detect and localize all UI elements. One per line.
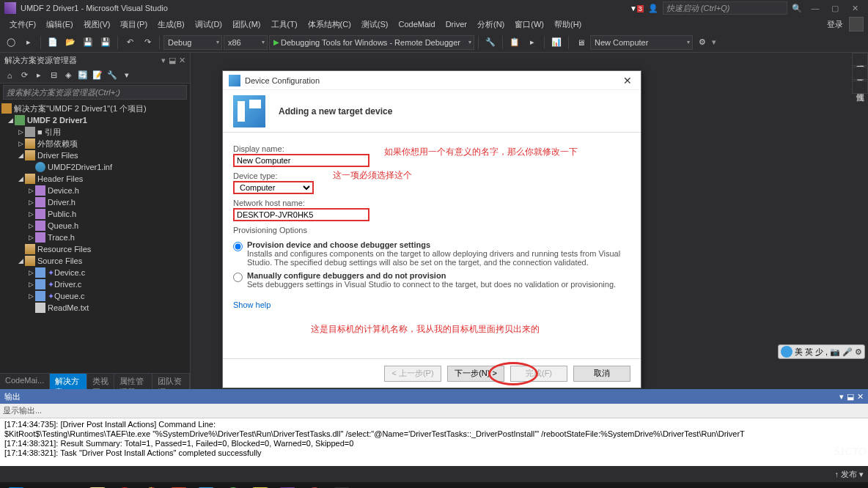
panel-close-icon[interactable]: ✕ [179, 56, 185, 65]
menu-window[interactable]: 窗口(W) [510, 18, 549, 32]
start-button[interactable] [3, 484, 29, 488]
next-button[interactable]: 下一步(N) > [447, 366, 504, 382]
menu-arch[interactable]: 体系结构(C) [303, 18, 356, 32]
user-icon[interactable]: 👤 [648, 4, 658, 13]
output-dropdown-icon[interactable]: ▾ [839, 392, 844, 402]
app-blue-button[interactable] [193, 484, 219, 488]
app-dx-button[interactable]: DX [166, 484, 192, 488]
radio-manual[interactable] [233, 273, 243, 282]
save-icon[interactable]: 💾 [80, 34, 96, 51]
config-combo[interactable]: Debug [163, 35, 222, 50]
ime-toolbar[interactable]: 美 英 少 , 📷🎤⚙ [778, 344, 865, 359]
app-yellow-button[interactable] [247, 484, 273, 488]
menu-tools[interactable]: 工具(T) [266, 18, 303, 32]
menu-test[interactable]: 测试(S) [356, 18, 394, 32]
tab-prop-mgr[interactable]: 属性管理器 [114, 374, 152, 389]
app-dark-button[interactable] [328, 484, 355, 488]
collapse-icon[interactable]: ⊟ [47, 69, 60, 82]
tool-a-icon[interactable]: 🔧 [482, 34, 499, 51]
app-round-button[interactable] [301, 484, 328, 488]
output-text[interactable]: [17:14:34:735]: [Driver Post Install Act… [0, 418, 868, 459]
vs-button[interactable] [274, 484, 301, 488]
panel-pin-icon[interactable]: ⬓ [169, 56, 176, 65]
refresh-icon[interactable]: 🔄 [76, 69, 89, 82]
home-icon[interactable]: ⌂ [3, 69, 16, 82]
tab-properties[interactable]: 属性 [852, 81, 868, 94]
login-link[interactable]: 登录 [827, 19, 843, 30]
readme-txt[interactable]: ReadMe.txt [0, 302, 190, 314]
device-type-select[interactable]: Computer [233, 181, 314, 194]
platform-combo[interactable]: x86 [224, 35, 268, 50]
tab-class-view[interactable]: 类视图 [87, 374, 114, 389]
file-explorer-button[interactable] [84, 484, 111, 488]
dialog-close-button[interactable]: ✕ [620, 75, 635, 86]
save-all-icon[interactable]: 💾 [98, 34, 114, 51]
quick-launch-input[interactable]: 快速启动 (Ctrl+Q) [663, 1, 787, 15]
references-node[interactable]: ▷■ 引用 [0, 126, 190, 138]
device-c[interactable]: ▷✦Device.c [0, 267, 190, 278]
sync-icon[interactable]: ⟳ [18, 69, 31, 82]
cortana-button[interactable] [30, 484, 56, 488]
minimize-button[interactable]: — [806, 4, 824, 12]
menu-analyze[interactable]: 分析(N) [472, 18, 510, 32]
chrome-button[interactable] [139, 484, 165, 488]
menu-help[interactable]: 帮助(H) [549, 18, 586, 32]
menu-view[interactable]: 视图(V) [78, 18, 116, 32]
ext-deps-node[interactable]: ▷外部依赖项 [0, 138, 190, 149]
driver-files-node[interactable]: ◢Driver Files [0, 149, 190, 161]
tab-toolbox[interactable]: 工具箱 [852, 67, 868, 80]
tool-c-icon[interactable]: ▸ [524, 34, 540, 51]
header-files-node[interactable]: ◢Header Files [0, 173, 190, 185]
open-icon[interactable]: 📂 [62, 34, 78, 51]
menu-file[interactable]: 文件(F) [4, 18, 41, 32]
deploy-icon[interactable]: ⚙ [694, 34, 710, 51]
output-pin-icon[interactable]: ⬓ [847, 392, 854, 402]
driver-h[interactable]: ▷Driver.h [0, 196, 190, 208]
solution-search-input[interactable]: 搜索解决方案资源管理器(Ctrl+;) [3, 85, 187, 100]
redo-icon[interactable]: ↷ [139, 34, 155, 51]
display-name-input[interactable] [233, 154, 369, 167]
resource-files-node[interactable]: Resource Files [0, 243, 190, 255]
menu-codemaid[interactable]: CodeMaid [394, 18, 441, 30]
tab-solution[interactable]: 解决方案... [50, 374, 87, 389]
magnify-icon[interactable]: 🔍 [792, 4, 802, 13]
menu-project[interactable]: 项目(P) [115, 18, 152, 32]
solution-node[interactable]: 解决方案"UMDF 2 Driver1"(1 个项目) [0, 103, 190, 114]
menu-edit[interactable]: 编辑(E) [41, 18, 78, 32]
host-name-input[interactable] [233, 208, 369, 221]
radio-provision[interactable] [233, 242, 243, 251]
undo-icon[interactable]: ↶ [122, 34, 138, 51]
menu-team[interactable]: 团队(M) [227, 18, 266, 32]
new-file-icon[interactable]: 📄 [45, 34, 61, 51]
nav-fwd-button[interactable]: ▸ [21, 34, 37, 51]
menu-debug[interactable]: 调试(D) [190, 18, 227, 32]
panel-dropdown-icon[interactable]: ▾ [161, 56, 166, 65]
task-view-button[interactable]: ☐☐ [57, 484, 84, 488]
queue-c[interactable]: ▷✦Queue.c [0, 290, 190, 302]
show-help-link[interactable]: Show help [233, 300, 271, 309]
close-button[interactable]: ✕ [846, 4, 864, 13]
app-green-button[interactable] [220, 484, 246, 488]
inf-file[interactable]: UMDF2Driver1.inf [0, 161, 190, 173]
maximize-button[interactable]: ▢ [826, 4, 844, 13]
public-h[interactable]: ▷Public.h [0, 208, 190, 220]
source-files-node[interactable]: ◢Source Files [0, 255, 190, 267]
project-node[interactable]: ◢UMDF 2 Driver1 [0, 114, 190, 126]
driver-c[interactable]: ▷✦Driver.c [0, 278, 190, 290]
tab-team[interactable]: 团队资源... [152, 374, 190, 389]
trace-h[interactable]: ▷Trace.h [0, 232, 190, 243]
provision-option-1[interactable]: Provision device and choose debugger set… [233, 240, 630, 267]
provision-option-2[interactable]: Manually configure debuggers and do not … [233, 271, 630, 289]
tab-server-explorer[interactable]: 服务器资源管理器 [852, 53, 868, 66]
menu-driver[interactable]: Driver [441, 18, 472, 30]
nav-back-button[interactable]: ◯ [3, 34, 19, 51]
tool-b-icon[interactable]: 📋 [507, 34, 523, 51]
tab-codemaid[interactable]: CodeMai... [0, 374, 50, 389]
app-red-button[interactable]: ◐ [111, 484, 138, 488]
menu-build[interactable]: 生成(B) [152, 18, 190, 32]
output-close-icon[interactable]: ✕ [857, 392, 864, 402]
queue-h[interactable]: ▷Queue.h [0, 220, 190, 232]
wrench-icon[interactable]: 🔧 [106, 69, 119, 82]
device-h[interactable]: ▷Device.h [0, 185, 190, 196]
props-icon[interactable]: 📝 [91, 69, 104, 82]
